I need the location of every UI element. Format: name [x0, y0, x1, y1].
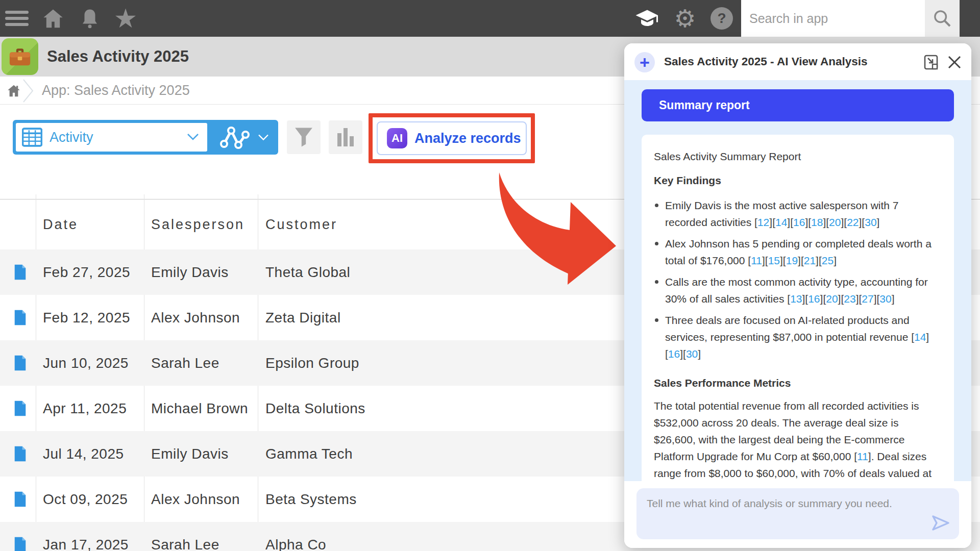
- citation-link[interactable]: [13]: [787, 293, 805, 305]
- breadcrumb-separator-chevron: [20, 78, 36, 106]
- notifications-bell-icon[interactable]: [78, 6, 102, 31]
- cell-salesperson: Emily Davis: [151, 249, 229, 295]
- summary-report-button[interactable]: Summary report: [642, 89, 954, 121]
- home-icon[interactable]: [41, 6, 65, 31]
- app-window: ★ ⚙ ? Sales Activity 2025: [0, 0, 980, 551]
- citation-link[interactable]: [15]: [765, 255, 783, 266]
- citation-link[interactable]: [25]: [819, 255, 837, 266]
- citation-link[interactable]: [30]: [862, 216, 879, 228]
- key-finding-item: Three deals are focused on AI-related pr…: [654, 312, 942, 362]
- key-findings-heading: Key Findings: [654, 172, 942, 189]
- graph-polyline-icon: [219, 123, 251, 151]
- chat-input-container: [636, 488, 959, 539]
- cell-customer: Alpha Co: [265, 522, 326, 551]
- record-document-icon: [13, 354, 27, 372]
- citation-link[interactable]: [16]: [805, 293, 823, 305]
- cell-customer: Theta Global: [265, 249, 350, 295]
- breadcrumb-home-icon[interactable]: [6, 83, 21, 101]
- cell-date: Jun 10, 2025: [43, 340, 129, 386]
- view-control: Activity: [13, 120, 278, 155]
- panel-body: Summary report Sales Activity Summary Re…: [624, 80, 971, 481]
- new-analysis-plus-icon[interactable]: +: [634, 52, 655, 72]
- menu-icon[interactable]: [5, 8, 31, 29]
- chevron-down-icon: [186, 132, 200, 144]
- metrics-heading: Sales Performance Metrics: [654, 374, 942, 391]
- cell-salesperson: Alex Johnson: [151, 295, 240, 340]
- citation-link[interactable]: [22]: [844, 216, 862, 228]
- cell-customer: Beta Systems: [265, 477, 357, 522]
- key-finding-item: Alex Johnson has 5 pending or completed …: [654, 235, 942, 269]
- record-document-icon: [13, 445, 27, 463]
- metrics-paragraph: The total potential revenue from all rec…: [654, 397, 942, 481]
- chart-view-button[interactable]: [211, 120, 278, 155]
- citation-link[interactable]: [16]: [665, 348, 683, 360]
- favorites-star-icon[interactable]: ★: [113, 6, 138, 31]
- cell-customer: Delta Solutions: [265, 386, 365, 431]
- panel-header: + Sales Activity 2025 - AI View Analysis: [624, 43, 971, 80]
- search-input[interactable]: [741, 0, 925, 37]
- table-view-icon: [22, 128, 42, 147]
- app-briefcase-icon: [2, 38, 38, 75]
- send-icon: [930, 512, 951, 534]
- column-header-customer[interactable]: Customer: [265, 199, 337, 249]
- breadcrumb-label[interactable]: App: Sales Activity 2025: [42, 77, 190, 105]
- citation-link[interactable]: [19]: [783, 255, 801, 266]
- key-finding-item: Emily Davis is the most active salespers…: [654, 197, 942, 231]
- record-document-icon: [13, 309, 27, 327]
- panel-footer: [624, 481, 971, 548]
- citation-link[interactable]: [30]: [683, 348, 701, 360]
- cell-customer: Zeta Digital: [265, 295, 341, 340]
- analyze-records-button[interactable]: AI Analyze records: [377, 121, 527, 155]
- cell-salesperson: Michael Brown: [151, 386, 248, 431]
- help-icon[interactable]: ?: [709, 6, 734, 31]
- cell-date: Feb 27, 2025: [43, 249, 130, 295]
- column-header-date[interactable]: Date: [43, 199, 78, 249]
- record-document-icon: [13, 263, 27, 281]
- settings-gear-icon[interactable]: ⚙: [673, 6, 697, 31]
- cell-date: Oct 09, 2025: [43, 477, 128, 522]
- report-card: Sales Activity Summary Report Key Findin…: [642, 135, 954, 481]
- citation-link[interactable]: [11]: [748, 255, 765, 266]
- cell-date: Feb 12, 2025: [43, 295, 130, 340]
- citation-link[interactable]: [14]: [772, 216, 790, 228]
- chat-input[interactable]: [636, 488, 959, 539]
- cell-date: Jan 17, 2025: [43, 522, 129, 551]
- citation-link[interactable]: [27]: [859, 293, 876, 305]
- chevron-down-icon: [257, 133, 270, 142]
- cell-customer: Epsilon Group: [265, 340, 359, 386]
- chart-button[interactable]: [329, 120, 362, 154]
- citation-link[interactable]: [21]: [801, 255, 819, 266]
- filter-button[interactable]: [287, 120, 321, 154]
- bar-chart-icon: [335, 126, 356, 148]
- page-title: Sales Activity 2025: [47, 37, 189, 77]
- top-navigation-bar: ★ ⚙ ?: [0, 0, 980, 37]
- ai-analysis-panel: + Sales Activity 2025 - AI View Analysis…: [624, 43, 971, 548]
- cell-salesperson: Sarah Lee: [151, 340, 219, 386]
- key-finding-item: Calls are the most common activity type,…: [654, 273, 942, 307]
- panel-title: Sales Activity 2025 - AI View Analysis: [664, 43, 868, 80]
- cell-salesperson: Emily Davis: [151, 431, 229, 477]
- record-document-icon: [13, 490, 27, 508]
- search-button[interactable]: [925, 0, 960, 37]
- citation-link[interactable]: [23]: [841, 293, 859, 305]
- learning-cap-icon[interactable]: [635, 6, 659, 31]
- key-findings-list: Emily Davis is the most active salespers…: [654, 197, 942, 362]
- minimize-panel-icon[interactable]: [923, 54, 940, 72]
- column-header-salesperson[interactable]: Salesperson: [151, 199, 244, 249]
- citation-link[interactable]: [12]: [754, 216, 772, 228]
- send-button[interactable]: [929, 512, 952, 534]
- analyze-records-label: Analyze records: [414, 131, 521, 146]
- citation-link[interactable]: [30]: [877, 293, 895, 305]
- citation-link[interactable]: [14]: [911, 331, 929, 343]
- citation-link[interactable]: [20]: [826, 216, 844, 228]
- record-document-icon: [13, 399, 27, 417]
- search-icon: [932, 8, 952, 29]
- citation-link[interactable]: [11]: [854, 450, 871, 462]
- view-selector-value: Activity: [50, 130, 93, 145]
- close-icon[interactable]: [946, 54, 963, 73]
- cell-date: Apr 11, 2025: [43, 386, 127, 431]
- citation-link[interactable]: [18]: [808, 216, 826, 228]
- citation-link[interactable]: [20]: [823, 293, 841, 305]
- view-selector-dropdown[interactable]: Activity: [16, 123, 207, 152]
- citation-link[interactable]: [16]: [790, 216, 808, 228]
